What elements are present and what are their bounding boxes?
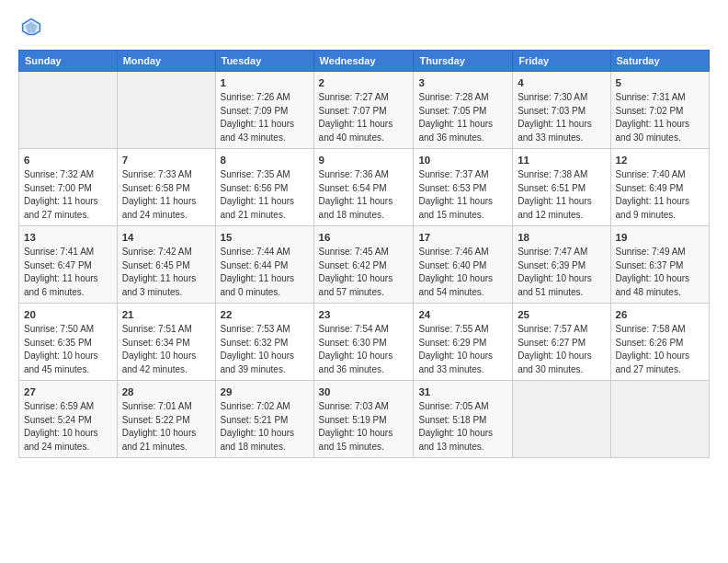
- day-number: 11: [518, 153, 605, 167]
- day-cell: 8Sunrise: 7:35 AMSunset: 6:56 PMDaylight…: [215, 149, 313, 226]
- header-row: SundayMondayTuesdayWednesdayThursdayFrid…: [19, 51, 710, 72]
- day-cell: 27Sunrise: 6:59 AMSunset: 5:24 PMDayligh…: [19, 381, 118, 458]
- day-cell: 28Sunrise: 7:01 AMSunset: 5:22 PMDayligh…: [117, 381, 215, 458]
- day-info: Sunrise: 7:45 AMSunset: 6:42 PMDaylight:…: [319, 246, 409, 299]
- day-cell: 30Sunrise: 7:03 AMSunset: 5:19 PMDayligh…: [313, 381, 414, 458]
- day-info: Sunrise: 7:54 AMSunset: 6:30 PMDaylight:…: [319, 323, 409, 376]
- day-info: Sunrise: 7:38 AMSunset: 6:51 PMDaylight:…: [518, 168, 605, 222]
- day-info: Sunrise: 7:36 AMSunset: 6:54 PMDaylight:…: [319, 168, 409, 222]
- day-number: 19: [616, 230, 704, 245]
- day-info: Sunrise: 7:31 AMSunset: 7:02 PMDaylight:…: [616, 91, 704, 144]
- day-number: 21: [122, 307, 210, 322]
- day-info: Sunrise: 7:02 AMSunset: 5:21 PMDaylight:…: [221, 400, 309, 454]
- day-cell: 14Sunrise: 7:42 AMSunset: 6:45 PMDayligh…: [117, 226, 215, 304]
- day-info: Sunrise: 7:03 AMSunset: 5:19 PMDaylight:…: [319, 400, 409, 454]
- logo: [18, 15, 48, 40]
- day-info: Sunrise: 7:30 AMSunset: 7:03 PMDaylight:…: [518, 91, 605, 144]
- day-number: 26: [616, 307, 704, 322]
- header-cell-wednesday: Wednesday: [313, 51, 414, 72]
- day-number: 14: [122, 230, 210, 245]
- day-number: 16: [319, 230, 409, 245]
- calendar-body: 1Sunrise: 7:26 AMSunset: 7:09 PMDaylight…: [19, 72, 710, 458]
- day-info: Sunrise: 7:55 AMSunset: 6:29 PMDaylight:…: [418, 323, 507, 376]
- day-number: 5: [616, 75, 704, 90]
- day-info: Sunrise: 7:53 AMSunset: 6:32 PMDaylight:…: [221, 323, 309, 376]
- day-cell: 1Sunrise: 7:26 AMSunset: 7:09 PMDaylight…: [215, 72, 313, 149]
- day-number: 6: [24, 153, 112, 167]
- week-row-4: 27Sunrise: 6:59 AMSunset: 5:24 PMDayligh…: [19, 381, 710, 458]
- day-number: 23: [319, 307, 409, 322]
- day-number: 28: [122, 385, 210, 399]
- header-cell-saturday: Saturday: [610, 51, 709, 72]
- day-cell: 25Sunrise: 7:57 AMSunset: 6:27 PMDayligh…: [513, 304, 610, 381]
- day-cell: 9Sunrise: 7:36 AMSunset: 6:54 PMDaylight…: [313, 149, 414, 226]
- day-info: Sunrise: 7:50 AMSunset: 6:35 PMDaylight:…: [24, 323, 112, 376]
- logo-icon: [18, 15, 44, 40]
- day-info: Sunrise: 7:26 AMSunset: 7:09 PMDaylight:…: [221, 91, 309, 144]
- day-number: 10: [418, 153, 507, 167]
- day-info: Sunrise: 7:44 AMSunset: 6:44 PMDaylight:…: [221, 246, 309, 299]
- day-number: 3: [418, 75, 507, 90]
- day-info: Sunrise: 7:46 AMSunset: 6:40 PMDaylight:…: [418, 246, 507, 299]
- day-number: 15: [221, 230, 309, 245]
- day-info: Sunrise: 7:49 AMSunset: 6:37 PMDaylight:…: [616, 246, 704, 299]
- day-cell: [117, 72, 215, 149]
- calendar-header: SundayMondayTuesdayWednesdayThursdayFrid…: [19, 51, 710, 72]
- week-row-0: 1Sunrise: 7:26 AMSunset: 7:09 PMDaylight…: [19, 72, 710, 149]
- day-number: 31: [418, 385, 507, 399]
- day-info: Sunrise: 7:57 AMSunset: 6:27 PMDaylight:…: [518, 323, 605, 376]
- day-number: 4: [518, 75, 605, 90]
- day-number: 29: [221, 385, 309, 399]
- day-info: Sunrise: 7:42 AMSunset: 6:45 PMDaylight:…: [122, 246, 210, 299]
- day-number: 30: [319, 385, 409, 399]
- day-number: 2: [319, 75, 409, 90]
- day-info: Sunrise: 7:32 AMSunset: 7:00 PMDaylight:…: [24, 168, 112, 222]
- calendar-table: SundayMondayTuesdayWednesdayThursdayFrid…: [18, 50, 710, 458]
- day-number: 13: [24, 230, 112, 245]
- day-info: Sunrise: 7:33 AMSunset: 6:58 PMDaylight:…: [122, 168, 210, 222]
- day-cell: 16Sunrise: 7:45 AMSunset: 6:42 PMDayligh…: [313, 226, 414, 304]
- day-cell: 3Sunrise: 7:28 AMSunset: 7:05 PMDaylight…: [414, 72, 513, 149]
- day-number: 24: [418, 307, 507, 322]
- day-cell: 6Sunrise: 7:32 AMSunset: 7:00 PMDaylight…: [19, 149, 118, 226]
- header: [18, 15, 710, 40]
- day-number: 8: [221, 153, 309, 167]
- day-number: 22: [221, 307, 309, 322]
- day-cell: 18Sunrise: 7:47 AMSunset: 6:39 PMDayligh…: [513, 226, 610, 304]
- day-info: Sunrise: 7:58 AMSunset: 6:26 PMDaylight:…: [616, 323, 704, 376]
- day-cell: [610, 381, 709, 458]
- header-cell-monday: Monday: [117, 51, 215, 72]
- day-number: 1: [221, 75, 309, 90]
- day-cell: 19Sunrise: 7:49 AMSunset: 6:37 PMDayligh…: [610, 226, 709, 304]
- day-cell: 29Sunrise: 7:02 AMSunset: 5:21 PMDayligh…: [215, 381, 313, 458]
- day-number: 25: [518, 307, 605, 322]
- day-info: Sunrise: 7:05 AMSunset: 5:18 PMDaylight:…: [418, 400, 507, 454]
- day-number: 18: [518, 230, 605, 245]
- day-info: Sunrise: 7:41 AMSunset: 6:47 PMDaylight:…: [24, 246, 112, 299]
- day-number: 9: [319, 153, 409, 167]
- day-number: 17: [418, 230, 507, 245]
- day-cell: 12Sunrise: 7:40 AMSunset: 6:49 PMDayligh…: [610, 149, 709, 226]
- day-cell: 4Sunrise: 7:30 AMSunset: 7:03 PMDaylight…: [513, 72, 610, 149]
- day-number: 7: [122, 153, 210, 167]
- day-info: Sunrise: 7:27 AMSunset: 7:07 PMDaylight:…: [319, 91, 409, 144]
- day-cell: 24Sunrise: 7:55 AMSunset: 6:29 PMDayligh…: [414, 304, 513, 381]
- day-cell: 23Sunrise: 7:54 AMSunset: 6:30 PMDayligh…: [313, 304, 414, 381]
- day-cell: [19, 72, 118, 149]
- header-cell-sunday: Sunday: [19, 51, 118, 72]
- day-cell: 13Sunrise: 7:41 AMSunset: 6:47 PMDayligh…: [19, 226, 118, 304]
- day-number: 27: [24, 385, 112, 399]
- day-info: Sunrise: 7:51 AMSunset: 6:34 PMDaylight:…: [122, 323, 210, 376]
- day-number: 12: [616, 153, 704, 167]
- day-cell: 11Sunrise: 7:38 AMSunset: 6:51 PMDayligh…: [513, 149, 610, 226]
- week-row-1: 6Sunrise: 7:32 AMSunset: 7:00 PMDaylight…: [19, 149, 710, 226]
- day-number: 20: [24, 307, 112, 322]
- day-info: Sunrise: 7:40 AMSunset: 6:49 PMDaylight:…: [616, 168, 704, 222]
- day-cell: 7Sunrise: 7:33 AMSunset: 6:58 PMDaylight…: [117, 149, 215, 226]
- day-cell: 10Sunrise: 7:37 AMSunset: 6:53 PMDayligh…: [414, 149, 513, 226]
- header-cell-tuesday: Tuesday: [215, 51, 313, 72]
- day-cell: 5Sunrise: 7:31 AMSunset: 7:02 PMDaylight…: [610, 72, 709, 149]
- day-info: Sunrise: 6:59 AMSunset: 5:24 PMDaylight:…: [24, 400, 112, 454]
- day-cell: 21Sunrise: 7:51 AMSunset: 6:34 PMDayligh…: [117, 304, 215, 381]
- day-cell: [513, 381, 610, 458]
